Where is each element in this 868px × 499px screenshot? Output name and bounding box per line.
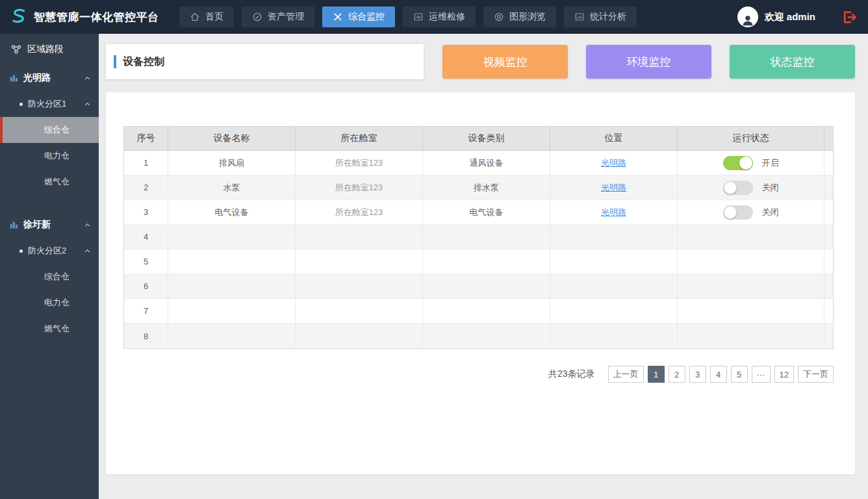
chevron-up-icon <box>84 248 91 255</box>
nav-label: 综合监控 <box>348 11 385 23</box>
nav-item-assets[interactable]: 资产管理 <box>242 6 314 27</box>
cell-location <box>550 250 678 274</box>
header-spacer <box>824 127 833 150</box>
video-monitor-button[interactable]: 视频监控 <box>442 45 568 79</box>
chevron-up-icon <box>84 75 91 82</box>
status-toggle[interactable] <box>723 181 753 195</box>
sidebar-item-dianlicang-1[interactable]: 电力仓 <box>0 143 99 169</box>
bullet-icon <box>19 103 23 106</box>
page-button-2[interactable]: 2 <box>669 366 685 383</box>
bar-chart-icon <box>574 12 585 22</box>
page-button-5[interactable]: 5 <box>731 366 748 383</box>
status-label: 关闭 <box>762 207 779 218</box>
cell-spacer <box>824 225 833 249</box>
nav-item-maintenance[interactable]: 运维检修 <box>403 6 476 27</box>
status-monitor-button[interactable]: 状态监控 <box>730 45 855 79</box>
cell-status <box>678 225 824 249</box>
aperture-icon <box>494 12 504 22</box>
cell-room: 所在舱室123 <box>296 200 423 224</box>
cell-category <box>423 324 550 348</box>
cell-room: 所在舱室123 <box>296 175 423 199</box>
location-link[interactable]: 光明路 <box>601 182 626 194</box>
sidebar-item-zonghecang-1[interactable]: 综合仓 <box>0 117 99 143</box>
next-page-button[interactable]: 下一页 <box>798 366 834 383</box>
tools-icon <box>333 12 343 22</box>
header-room: 所在舱室 <box>296 127 423 150</box>
sidebar-section-fire-zone-2[interactable]: 防火分区2 <box>0 238 99 264</box>
sidebar-item-dianlicang-2[interactable]: 电力仓 <box>0 290 99 316</box>
cell-name <box>168 299 296 323</box>
title-accent-bar <box>114 55 116 68</box>
location-link[interactable]: 光明路 <box>601 157 626 169</box>
item-label: 综合仓 <box>44 124 70 136</box>
table-row: 4 <box>124 225 833 250</box>
logo-icon <box>9 7 29 27</box>
cell-room <box>296 274 423 298</box>
record-count: 共23条记录 <box>548 368 595 380</box>
sidebar-group-label-guangminglu[interactable]: 光明路 <box>0 65 99 91</box>
chevron-up-icon <box>84 222 91 229</box>
cell-name <box>168 225 296 249</box>
main-content: 设备控制 视频监控 环境监控 状态监控 序号 设备名称 所在舱室 设备类别 位置… <box>99 34 868 499</box>
nav-item-monitoring[interactable]: 综合监控 <box>322 6 395 27</box>
logout-icon[interactable] <box>841 9 858 25</box>
status-label: 关闭 <box>762 182 779 194</box>
page-button-1[interactable]: 1 <box>648 366 665 383</box>
sidebar-item-zonghecang-2[interactable]: 综合仓 <box>0 264 99 290</box>
page-title: 设备控制 <box>123 55 164 69</box>
device-table: 序号 设备名称 所在舱室 设备类别 位置 运行状态 1 排风扇 所在舱室123 … <box>123 126 834 349</box>
cell-room <box>296 324 423 348</box>
toggle-knob <box>724 181 737 194</box>
status-label: 开启 <box>762 157 779 169</box>
cell-category <box>423 274 550 298</box>
nav-label: 资产管理 <box>268 11 304 23</box>
cell-seq: 5 <box>124 250 168 274</box>
toggle-knob <box>724 206 737 219</box>
item-label: 电力仓 <box>44 150 70 162</box>
sidebar-item-ranqicang-2[interactable]: 燃气仓 <box>0 316 99 342</box>
cell-name: 电气设备 <box>168 200 296 224</box>
cell-spacer <box>824 175 833 199</box>
table-row: 1 排风扇 所在舱室123 通风设备 光明路 开启 <box>124 151 833 175</box>
cell-seq: 7 <box>124 299 168 323</box>
page-ellipsis[interactable]: ··· <box>752 366 771 383</box>
cell-spacer <box>824 324 833 348</box>
section-label: 防火分区1 <box>28 98 66 110</box>
table-row: 5 <box>124 250 833 274</box>
sidebar-section-fire-zone-1[interactable]: 防火分区1 <box>0 91 99 117</box>
cell-seq: 8 <box>124 324 168 348</box>
cell-category: 通风设备 <box>423 151 550 175</box>
table-row: 7 <box>124 299 833 324</box>
nav-item-home[interactable]: 首页 <box>179 6 234 27</box>
nav-item-statistics[interactable]: 统计分析 <box>564 6 637 27</box>
cell-spacer <box>824 250 833 274</box>
welcome-text: 欢迎 admin <box>765 11 815 23</box>
cell-category <box>423 225 550 249</box>
prev-page-button[interactable]: 上一页 <box>608 366 644 383</box>
pulse-chart-icon <box>413 12 424 22</box>
table-row: 8 <box>124 324 833 348</box>
avatar[interactable] <box>737 6 758 27</box>
nav-item-graphics[interactable]: 图形浏览 <box>483 6 556 27</box>
page-button-4[interactable]: 4 <box>710 366 727 383</box>
status-toggle[interactable] <box>723 205 753 220</box>
cell-seq: 2 <box>124 175 168 199</box>
environment-monitor-button[interactable]: 环境监控 <box>586 45 711 79</box>
page-button-12[interactable]: 12 <box>774 366 794 383</box>
cell-name: 排风扇 <box>168 151 296 175</box>
device-table-panel: 序号 设备名称 所在舱室 设备类别 位置 运行状态 1 排风扇 所在舱室123 … <box>106 92 855 474</box>
asset-icon <box>252 12 262 22</box>
toggle-knob <box>739 157 752 170</box>
page-button-3[interactable]: 3 <box>689 366 706 383</box>
item-label: 燃气仓 <box>44 323 70 335</box>
sidebar-group-label-xuweixin[interactable]: 徐圩新 <box>0 212 99 238</box>
sidebar-item-ranqicang-1[interactable]: 燃气仓 <box>0 169 99 195</box>
cell-room: 所在舱室123 <box>296 151 423 175</box>
cell-location: 光明路 <box>550 200 678 224</box>
cell-status: 关闭 <box>678 200 824 224</box>
status-toggle[interactable] <box>723 156 753 170</box>
location-link[interactable]: 光明路 <box>601 207 626 218</box>
cell-category: 排水泵 <box>423 175 550 199</box>
cell-status: 开启 <box>678 151 824 175</box>
topbar: 智慧管廊一体化管控平台 首页 资产管理 综合监控 运维检修 图形浏览 统计分析 <box>0 0 868 34</box>
